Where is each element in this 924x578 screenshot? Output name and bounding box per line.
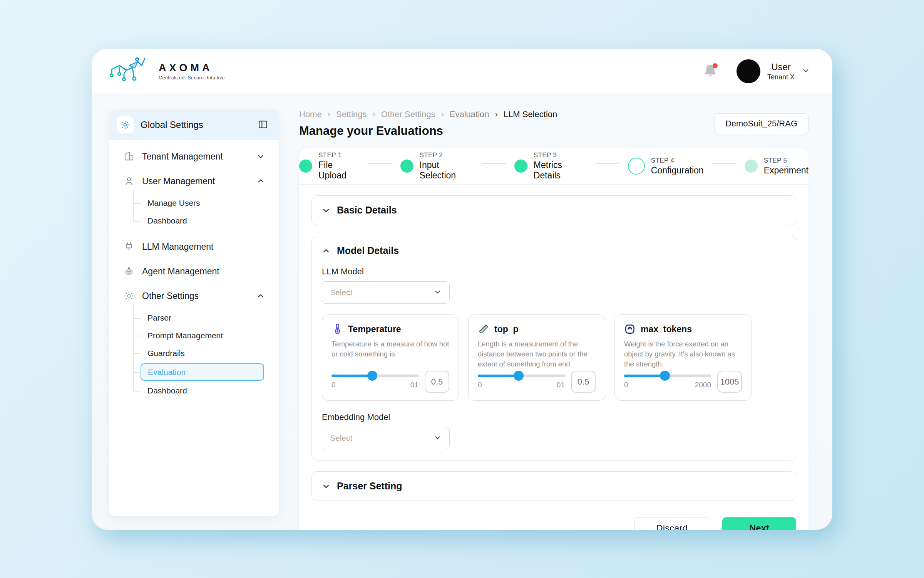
divider <box>299 184 808 185</box>
breadcrumb: Home › Settings › Other Settings › Evalu… <box>299 109 557 119</box>
step-circle <box>299 160 312 173</box>
breadcrumb-separator: › <box>328 109 330 119</box>
slider-min: 0 <box>331 381 336 389</box>
user-text: User Tenant X <box>767 62 795 81</box>
sidebar-nav: Tenant Management User Management <box>109 140 279 404</box>
evaluation-config-card: STEP 1 File Upload STEP 2 Input Selectio… <box>299 148 808 530</box>
llm-model-label: LLM Model <box>322 267 786 277</box>
select-placeholder: Select <box>330 434 352 443</box>
slider-handle[interactable] <box>367 371 377 381</box>
sidebar-subitem-guardrails[interactable]: Guardrails <box>109 344 279 362</box>
chevron-down-icon <box>256 152 265 161</box>
form-actions: Discard Next <box>311 517 796 530</box>
person-icon <box>124 176 134 187</box>
chevron-down-icon <box>322 206 330 215</box>
sidebar-item-other-settings[interactable]: Other Settings <box>109 284 279 308</box>
sidebar-subitem-label: Dashboard <box>147 216 187 225</box>
top-p-value-input[interactable]: 0.5 <box>571 371 596 393</box>
sidebar-item-agent-management[interactable]: Agent Management <box>109 259 279 284</box>
embedding-model-select[interactable]: Select <box>322 427 450 449</box>
basic-details-header[interactable]: Basic Details <box>312 196 796 225</box>
logo-network-icon <box>109 55 155 87</box>
sidebar-item-label: User Management <box>142 176 215 187</box>
top-bar: AXOMA Centralized. Secure. Intuitive <box>92 49 832 94</box>
breadcrumb-separator: › <box>441 109 444 119</box>
step-label: Configuration <box>651 165 704 176</box>
step-experiment[interactable]: STEP 5 Experiment <box>745 157 808 176</box>
param-name: top_p <box>494 324 519 334</box>
breadcrumb-llm-selection: LLM Selection <box>504 109 557 119</box>
sidebar-subitem-manage-users[interactable]: Manage Users <box>109 194 279 212</box>
sidebar-subitem-label: Guardrails <box>147 349 185 358</box>
param-card-max-tokens: max_tokens Weight is the force exerted o… <box>614 314 752 401</box>
top-p-slider[interactable] <box>478 375 565 377</box>
sidebar-item-user-management[interactable]: User Management <box>109 169 279 193</box>
sidebar-subitem-dashboard[interactable]: Dashboard <box>109 212 279 230</box>
slider-fill <box>331 375 372 377</box>
collapse-sidebar-icon[interactable] <box>257 119 269 131</box>
user-name: User <box>767 62 795 72</box>
max-tokens-value-input[interactable]: 1005 <box>717 371 742 393</box>
main-content: Home › Settings › Other Settings › Evalu… <box>299 109 808 516</box>
section-title: Basic Details <box>337 205 397 216</box>
sidebar-header[interactable]: Global Settings <box>109 109 279 140</box>
slider-max: 2000 <box>695 381 711 389</box>
sidebar-item-label: Other Settings <box>142 291 199 301</box>
breadcrumb-separator: › <box>495 109 498 119</box>
basic-details-section: Basic Details <box>311 195 796 225</box>
chevron-up-icon <box>322 247 330 255</box>
sidebar-subitem-evaluation[interactable]: Evaluation <box>141 363 264 381</box>
user-menu[interactable]: User Tenant X <box>737 59 810 83</box>
sidebar-subitem-label: Dashboard <box>147 386 187 395</box>
chevron-down-icon <box>434 288 442 297</box>
slider-fill <box>478 375 519 377</box>
step-metrics-details[interactable]: STEP 3 Metrics Details <box>514 151 587 181</box>
slider-min: 0 <box>478 381 482 389</box>
sidebar-title: Global Settings <box>141 119 250 130</box>
desktop-background: AXOMA Centralized. Secure. Intuitive <box>0 0 924 578</box>
slider-min: 0 <box>624 381 628 389</box>
step-label: Input Selection <box>420 160 474 181</box>
gear-icon <box>124 291 134 301</box>
content-header: Home › Settings › Other Settings › Evalu… <box>299 109 808 138</box>
sidebar-subitem-parser[interactable]: Parser <box>109 309 279 327</box>
step-connector <box>482 163 506 164</box>
step-connector <box>368 163 392 164</box>
next-button[interactable]: Next <box>722 517 796 530</box>
slider-handle[interactable] <box>514 371 524 381</box>
breadcrumb-home[interactable]: Home <box>299 109 322 119</box>
sidebar-item-tenant-management[interactable]: Tenant Management <box>109 144 279 169</box>
max-tokens-slider[interactable] <box>624 375 711 377</box>
temperature-slider[interactable] <box>331 375 418 377</box>
sidebar-item-llm-management[interactable]: LLM Management <box>109 234 279 259</box>
model-details-header[interactable]: Model Details <box>312 236 796 265</box>
step-configuration[interactable]: STEP 4 Configuration <box>628 157 704 176</box>
slider-fill <box>624 375 665 377</box>
discard-button[interactable]: Discard <box>634 517 709 530</box>
sidebar-subitem-dashboard[interactable]: Dashboard <box>109 382 279 400</box>
bell-icon <box>702 74 718 80</box>
sidebar-item-label: Agent Management <box>142 266 219 277</box>
section-title: Model Details <box>337 245 399 256</box>
step-input-selection[interactable]: STEP 2 Input Selection <box>400 151 474 181</box>
breadcrumb-evaluation[interactable]: Evaluation <box>450 109 489 119</box>
parser-setting-header[interactable]: Parser Setting <box>312 472 796 501</box>
sidebar-item-label: Tenant Management <box>142 151 223 162</box>
step-file-upload[interactable]: STEP 1 File Upload <box>299 151 359 181</box>
sidebar: Global Settings Tenant <box>109 109 279 516</box>
slider-handle[interactable] <box>660 371 670 381</box>
suite-badge[interactable]: DemoSuit_25/RAG <box>714 113 808 134</box>
step-label: Metrics Details <box>534 160 587 181</box>
llm-model-select[interactable]: Select <box>322 281 450 304</box>
page-title: Manage your Evaluations <box>299 124 557 138</box>
step-connector <box>712 163 736 164</box>
step-circle-current <box>628 158 645 175</box>
breadcrumb-other-settings[interactable]: Other Settings <box>381 109 435 119</box>
avatar <box>737 59 760 83</box>
breadcrumb-settings[interactable]: Settings <box>336 109 367 119</box>
chevron-down-icon <box>802 66 810 76</box>
notifications-button[interactable] <box>702 63 719 80</box>
sidebar-subitem-prompt-management[interactable]: Prompt Management <box>109 327 279 344</box>
temperature-value-input[interactable]: 0.5 <box>425 371 449 393</box>
param-name: Temperature <box>348 324 401 334</box>
